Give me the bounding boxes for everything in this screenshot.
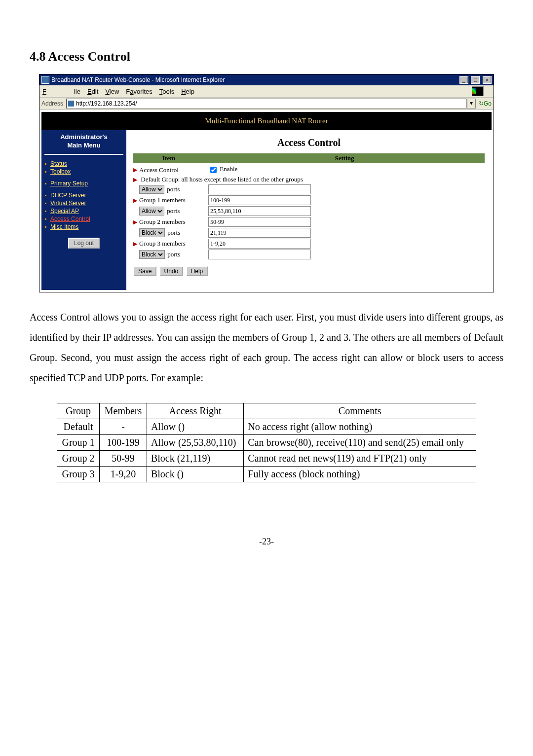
menu-help[interactable]: Help — [181, 88, 194, 95]
group2-ports-select[interactable]: Block — [139, 228, 165, 237]
group3-ports-select[interactable]: Block — [139, 250, 165, 259]
sidebar-item-special: Special AP — [44, 207, 123, 215]
admin-sidebar: Administrator's Main Menu Status Toolbox… — [41, 130, 126, 290]
page-banner: Multi-Functional Broadband NAT Router — [41, 112, 492, 130]
row-group3-members: ▶ Group 3 members — [133, 239, 485, 249]
arrow-icon: ▶ — [133, 177, 137, 182]
th-comments: Comments — [244, 403, 476, 419]
enable-checkbox[interactable] — [210, 167, 217, 173]
url-dropdown-icon[interactable]: ▾ — [467, 99, 476, 108]
menu-tools[interactable]: Tools — [159, 88, 174, 95]
main-panel: Access Control Item Setting ▶ Access Con… — [126, 130, 492, 290]
table-header-row: Group Members Access Right Comments — [57, 403, 476, 419]
arrow-icon: ▶ — [133, 219, 137, 225]
table-row: Group 2 50-99 Block (21,119) Cannot read… — [57, 451, 476, 467]
group3-members-input[interactable] — [208, 239, 311, 249]
menu-edit[interactable]: Edit — [87, 88, 98, 95]
page-area: Multi-Functional Broadband NAT Router Ad… — [39, 110, 494, 292]
arrow-icon: ▶ — [133, 241, 137, 247]
th-group: Group — [57, 403, 100, 419]
arrow-icon: ▶ — [133, 167, 137, 173]
close-icon[interactable]: × — [483, 76, 492, 84]
arrow-icon: ▶ — [133, 197, 137, 204]
window-controls: _ □ × — [458, 76, 492, 84]
menu-favorites[interactable]: Favorites — [126, 88, 152, 95]
table-row: Group 3 1-9,20 Block () Fully access (bl… — [57, 467, 476, 482]
table-row: Group 1 100-199 Allow (25,53,80,110) Can… — [57, 435, 476, 451]
row-access-control: ▶ Access Control Enable — [133, 165, 485, 175]
sidebar-item-toolbox: Toolbox — [44, 168, 123, 176]
url-text: http://192.168.123.254/ — [76, 100, 137, 108]
undo-button[interactable]: Undo — [159, 266, 184, 276]
maximize-icon[interactable]: □ — [471, 76, 480, 84]
sidebar-item-access-control: Access Control — [44, 215, 123, 223]
logout-button[interactable]: Log out — [68, 238, 100, 249]
table-row: Default - Allow () No access right (allo… — [57, 419, 476, 435]
sidebar-item-primary-setup: Primary Setup — [44, 180, 123, 187]
header-setting: Setting — [204, 153, 485, 163]
ie-logo-icon — [472, 86, 484, 96]
help-button[interactable]: Help — [186, 266, 208, 276]
config-button-row: Save Undo Help — [133, 266, 485, 276]
window-titlebar: Broadband NAT Router Web-Console - Micro… — [39, 74, 494, 85]
example-table: Group Members Access Right Comments Defa… — [57, 403, 476, 482]
row-group2-ports: Block ports — [133, 228, 485, 238]
minimize-icon[interactable]: _ — [459, 76, 468, 84]
menu-view[interactable]: View — [105, 88, 119, 95]
group2-ports-input[interactable] — [208, 228, 311, 238]
sidebar-item-dhcp: DHCP Server — [44, 191, 123, 199]
url-input[interactable]: http://192.168.123.254/ — [66, 99, 467, 108]
browser-menubar: File Edit View Favorites Tools Help — [39, 85, 494, 98]
page-icon — [68, 101, 74, 107]
row-group3-ports: Block ports — [133, 250, 485, 259]
config-table-header: Item Setting — [133, 153, 485, 163]
panel-title: Access Control — [133, 137, 485, 148]
sidebar-item-misc: Misc Items — [44, 223, 123, 231]
window-title: Broadband NAT Router Web-Console - Micro… — [51, 76, 458, 83]
page-number: -23- — [30, 537, 503, 547]
sidebar-item-virtual: Virtual Server — [44, 199, 123, 207]
description-paragraph: Access Control allows you to assign the … — [30, 307, 503, 388]
default-ports-input[interactable] — [208, 184, 311, 194]
browser-window: Broadband NAT Router Web-Console - Micro… — [39, 74, 494, 292]
header-item: Item — [133, 153, 204, 163]
enable-label: Enable — [220, 165, 237, 173]
row-default-ports: Allow ports — [133, 184, 485, 194]
group3-ports-input[interactable] — [208, 250, 311, 259]
row-default-group-note: ▶ Default Group: all hosts except those … — [133, 176, 485, 183]
ie-icon — [41, 76, 49, 84]
sidebar-title: Administrator's Main Menu — [44, 133, 123, 155]
save-button[interactable]: Save — [133, 266, 156, 276]
th-members: Members — [100, 403, 147, 419]
group1-members-input[interactable] — [208, 195, 311, 205]
address-label: Address — [41, 100, 63, 107]
default-ports-select[interactable]: Allow — [139, 185, 164, 194]
row-group1-members: ▶ Group 1 members — [133, 195, 485, 205]
group1-ports-select[interactable]: Allow — [139, 207, 164, 216]
sidebar-item-status: Status — [44, 160, 123, 168]
th-right: Access Right — [147, 403, 243, 419]
row-group1-ports: Allow ports — [133, 206, 485, 216]
menu-file[interactable]: File — [42, 88, 80, 95]
address-bar: Address http://192.168.123.254/ ▾ ↻Go — [39, 98, 494, 110]
group2-members-input[interactable] — [208, 217, 311, 227]
row-group2-members: ▶ Group 2 members — [133, 217, 485, 227]
group1-ports-input[interactable] — [208, 206, 311, 216]
section-heading: 4.8 Access Control — [30, 49, 503, 64]
go-button[interactable]: ↻Go — [479, 100, 492, 107]
